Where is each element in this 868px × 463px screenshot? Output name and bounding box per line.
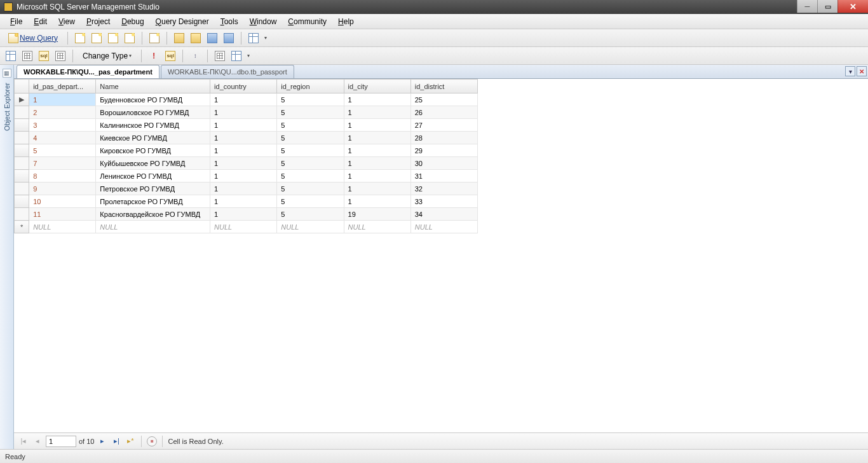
table-row-new[interactable]: *NULLNULLNULLNULLNULLNULL [15,221,478,233]
row-selector[interactable] [15,157,29,170]
cell-region[interactable]: 5 [277,208,344,221]
nav-position-input[interactable] [46,436,76,447]
row-selector[interactable] [15,106,29,119]
cell-region[interactable]: 5 [277,132,344,144]
table-row[interactable]: ▶1Буденновское РО ГУМВД15125 [15,93,478,106]
cell-null[interactable]: NULL [410,221,477,233]
cell-null[interactable]: NULL [277,221,344,233]
cell-district[interactable]: 27 [410,119,477,132]
minimize-button[interactable]: ─ [797,0,817,13]
nav-new-button[interactable]: ▸* [125,436,136,447]
table-row[interactable]: 2Ворошиловское РО ГУМВД15126 [15,106,478,119]
new-db-engine-query-button[interactable] [73,31,87,45]
cell-city[interactable]: 1 [344,157,410,170]
row-selector[interactable] [15,144,29,157]
cell-country[interactable]: 1 [210,157,277,170]
cell-city[interactable]: 1 [344,144,410,157]
cell-city[interactable]: 1 [344,106,410,119]
cell-region[interactable]: 5 [277,170,344,183]
nav-first-button[interactable]: |◂ [18,436,29,447]
cell-country[interactable]: 1 [210,106,277,119]
close-button[interactable]: ✕ [837,0,868,13]
cell-district[interactable]: 32 [410,183,477,195]
save-button[interactable] [205,31,219,45]
cell-id[interactable]: 9 [29,183,96,195]
cell-city[interactable]: 1 [344,170,410,183]
toolbar2-overflow-icon[interactable]: ▾ [247,53,250,59]
cell-country[interactable]: 1 [210,170,277,183]
row-selector[interactable]: ▶ [15,93,29,106]
show-sql-button[interactable]: sql [37,49,51,63]
cell-name[interactable]: Пролетарское РО ГУМВД [96,195,210,208]
cell-district[interactable]: 28 [410,132,477,144]
menu-project[interactable]: Project [81,16,115,27]
cell-region[interactable]: 5 [277,144,344,157]
cell-region[interactable]: 5 [277,157,344,170]
cell-country[interactable]: 1 [210,119,277,132]
cell-district[interactable]: 31 [410,170,477,183]
table-row[interactable]: 4Киевское РО ГУМВД15128 [15,132,478,144]
change-type-button[interactable]: Change Type ▾ [78,49,136,63]
save-all-button[interactable] [222,31,236,45]
new-file-button[interactable] [147,31,161,45]
cell-name[interactable]: Куйбышевское РО ГУМВД [96,157,210,170]
open-project-button[interactable] [189,31,203,45]
cell-name[interactable]: Петровское РО ГУМВД [96,183,210,195]
cell-name[interactable]: Калининское РО ГУМВД [96,119,210,132]
cell-name[interactable]: Буденновское РО ГУМВД [96,93,210,106]
cell-district[interactable]: 26 [410,106,477,119]
cell-name[interactable]: Ворошиловское РО ГУМВД [96,106,210,119]
cell-city[interactable]: 1 [344,183,410,195]
cell-name[interactable]: Красногвардейское РО ГУМВД [96,208,210,221]
table-row[interactable]: 3Калининское РО ГУМВД15127 [15,119,478,132]
col-header-country[interactable]: id_country [210,79,277,93]
tab-tb-passport[interactable]: WORKABLE-ПК\QU...dbo.tb_passport [161,65,294,78]
row-selector[interactable] [15,195,29,208]
menu-window[interactable]: Window [245,16,282,27]
cell-id[interactable]: 7 [29,157,96,170]
cell-region[interactable]: 5 [277,183,344,195]
add-table-button[interactable] [229,49,243,63]
cell-id[interactable]: 3 [29,119,96,132]
col-header-district[interactable]: id_district [410,79,477,93]
menu-view[interactable]: View [53,16,80,27]
cell-district[interactable]: 30 [410,157,477,170]
cell-city[interactable]: 1 [344,93,410,106]
col-header-id[interactable]: id_pas_depart... [29,79,96,93]
cell-region[interactable]: 5 [277,106,344,119]
cell-name[interactable]: Кировское РО ГУМВД [96,144,210,157]
table-row[interactable]: 5Кировское РО ГУМВД15129 [15,144,478,157]
nav-next-button[interactable]: ▸ [97,436,108,447]
maximize-button[interactable]: ▭ [817,0,837,13]
row-header-corner[interactable] [15,79,29,93]
row-selector[interactable] [15,183,29,195]
cell-id[interactable]: 2 [29,106,96,119]
show-results-button[interactable] [53,49,67,63]
cell-district[interactable]: 25 [410,93,477,106]
cell-region[interactable]: 5 [277,195,344,208]
menu-community[interactable]: Community [283,16,332,27]
cell-null[interactable]: NULL [29,221,96,233]
activity-monitor-button[interactable] [247,31,261,45]
cell-city[interactable]: 1 [344,132,410,144]
menu-tools[interactable]: Tools [215,16,243,27]
menu-querydesigner[interactable]: Query Designer [151,16,214,27]
row-selector-new[interactable]: * [15,221,29,233]
cell-district[interactable]: 29 [410,144,477,157]
cell-country[interactable]: 1 [210,195,277,208]
col-header-region[interactable]: id_region [277,79,344,93]
cell-country[interactable]: 1 [210,132,277,144]
tab-pas-department[interactable]: WORKABLE-ПК\QU..._pas_department [17,65,159,78]
verify-sql-button[interactable]: sql [163,49,177,63]
sort-asc-button[interactable]: ↕ [188,49,202,63]
cell-region[interactable]: 5 [277,119,344,132]
object-explorer-tab[interactable]: ▦ Object Explorer [0,65,14,449]
col-header-name[interactable]: Name [96,79,210,93]
cell-country[interactable]: 1 [210,93,277,106]
nav-last-button[interactable]: ▸| [111,436,122,447]
add-group-button[interactable] [213,49,227,63]
menu-edit[interactable]: Edit [29,16,52,27]
nav-stop-button[interactable]: ■ [147,436,157,446]
table-row[interactable]: 11Красногвардейское РО ГУМВД151934 [15,208,478,221]
cell-city[interactable]: 1 [344,119,410,132]
